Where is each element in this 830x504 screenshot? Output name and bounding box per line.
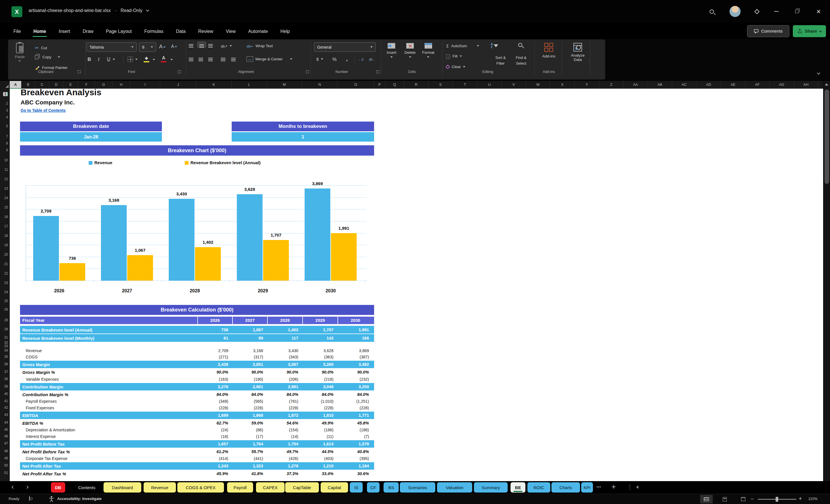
- ribbon-tab-draw[interactable]: Draw: [78, 27, 98, 36]
- sheet-tab-dashboard[interactable]: Dashboard: [103, 482, 141, 493]
- currency-format-button[interactable]: [316, 57, 323, 62]
- sheet-tab-db[interactable]: DB: [51, 482, 65, 493]
- row-header-10[interactable]: 10: [4, 158, 8, 162]
- increase-indent-button[interactable]: [231, 58, 236, 58]
- row-header-49[interactable]: 49: [4, 456, 8, 460]
- sheet-tab-contents[interactable]: Contents: [71, 482, 102, 493]
- more-sheets-button[interactable]: •••: [597, 485, 601, 489]
- fill-button[interactable]: Fill: [446, 54, 462, 59]
- row-header-11[interactable]: 11: [5, 168, 8, 171]
- ribbon-tab-page-layout[interactable]: Page Layout: [101, 27, 137, 36]
- row-header-50[interactable]: 50: [4, 463, 8, 467]
- sheet-tab-be[interactable]: BE: [511, 482, 525, 493]
- insert-cells-button[interactable]: Insert: [387, 43, 396, 58]
- hscroll-left-arrow[interactable]: [636, 485, 638, 489]
- row-header-22[interactable]: 22: [4, 272, 8, 276]
- column-header-L[interactable]: L: [232, 81, 267, 89]
- column-header-AE[interactable]: AE: [721, 81, 745, 89]
- sheet-tab-capex[interactable]: CAPEX: [256, 482, 285, 493]
- font-name-select[interactable]: Tahoma: [86, 42, 137, 52]
- shrink-font-button[interactable]: A: [171, 44, 177, 49]
- column-header-Y[interactable]: Y: [575, 81, 599, 89]
- column-header-N[interactable]: N: [302, 81, 338, 89]
- align-middle-button[interactable]: [197, 42, 206, 48]
- column-header-H[interactable]: H: [113, 81, 130, 89]
- column-header-AC[interactable]: AC: [672, 81, 696, 89]
- grow-font-button[interactable]: A: [159, 43, 166, 50]
- row-header-15[interactable]: 15: [4, 206, 8, 209]
- autosum-button[interactable]: AutoSum: [446, 43, 479, 48]
- analyze-data-button[interactable]: Analyze Data: [571, 43, 584, 62]
- ribbon-tab-file[interactable]: File: [8, 27, 26, 36]
- row-header-25[interactable]: 25: [4, 299, 8, 303]
- row-header-26[interactable]: 26: [4, 308, 8, 312]
- column-header-A[interactable]: A: [10, 81, 22, 89]
- column-header-AD[interactable]: AD: [696, 81, 721, 89]
- zoom-out-button[interactable]: −: [751, 496, 754, 502]
- borders-button[interactable]: [128, 57, 137, 62]
- format-painter-button[interactable]: Format Painter: [35, 65, 67, 70]
- row-header-48[interactable]: 48: [4, 449, 8, 453]
- vertical-scrollbar-thumb[interactable]: [825, 90, 829, 184]
- column-header-O[interactable]: O: [338, 81, 374, 89]
- premium-button[interactable]: [751, 6, 763, 17]
- column-header-J[interactable]: J: [160, 81, 196, 89]
- row-header-2[interactable]: 2: [6, 101, 8, 105]
- sheet-nav-next[interactable]: ›: [26, 483, 29, 491]
- font-color-dropdown[interactable]: [170, 59, 173, 60]
- sheet-tab-summary[interactable]: Summary: [474, 482, 508, 493]
- ribbon-tab-review[interactable]: Review: [193, 27, 218, 36]
- column-header-R[interactable]: R: [404, 81, 428, 89]
- percent-format-button[interactable]: [332, 57, 337, 62]
- align-left-button[interactable]: [189, 58, 193, 58]
- merge-center-button[interactable]: Merge & Center: [247, 57, 292, 62]
- page-layout-view-button[interactable]: [719, 495, 731, 503]
- vertical-scrollbar[interactable]: [823, 81, 830, 481]
- row-header-41[interactable]: 41: [4, 399, 8, 403]
- add-ins-button[interactable]: Add-ins: [542, 43, 555, 58]
- row-header-40[interactable]: 40: [4, 392, 8, 396]
- number-dialog-launcher[interactable]: [376, 70, 380, 74]
- row-header-38[interactable]: 38: [4, 377, 8, 381]
- row-header-45[interactable]: 45: [4, 428, 8, 432]
- font-size-select[interactable]: 8: [139, 42, 156, 52]
- column-header-K[interactable]: K: [196, 81, 232, 89]
- column-header-V[interactable]: V: [502, 81, 526, 89]
- copy-button[interactable]: Copy: [35, 55, 60, 59]
- restore-button[interactable]: [791, 6, 803, 17]
- row-header-44[interactable]: 44: [4, 420, 8, 424]
- fill-color-dropdown[interactable]: [153, 59, 155, 60]
- column-header-P[interactable]: P: [374, 81, 385, 89]
- sheet-tab-is[interactable]: IS: [350, 482, 363, 493]
- row-header-13[interactable]: 13: [4, 187, 8, 190]
- row-header-29[interactable]: 29: [4, 327, 8, 331]
- row-header-12[interactable]: 12: [4, 177, 8, 181]
- minimize-button[interactable]: [770, 6, 783, 17]
- sheet-tab-capital[interactable]: Capital: [321, 482, 348, 493]
- row-header-4[interactable]: 4: [6, 115, 8, 119]
- tabbar-options-icon[interactable]: ⋮: [627, 483, 633, 490]
- sheet-tab-roic[interactable]: ROIC: [528, 482, 550, 493]
- delete-cells-button[interactable]: ✕ Delete: [405, 43, 416, 58]
- page-break-view-button[interactable]: [737, 495, 749, 503]
- sheet-tab-kpi[interactable]: KPI: [581, 482, 593, 493]
- column-header-T[interactable]: T: [453, 81, 477, 89]
- row-header-14[interactable]: 14: [4, 196, 8, 200]
- row-header-31[interactable]: 31: [4, 336, 8, 340]
- row-header-39[interactable]: 39: [4, 384, 8, 388]
- ribbon-tab-view[interactable]: View: [221, 27, 240, 36]
- ribbon-tab-formulas[interactable]: Formulas: [139, 27, 168, 36]
- sheet-tab-valuation[interactable]: Valuation: [437, 482, 472, 493]
- cut-button[interactable]: Cut: [35, 45, 47, 51]
- account-avatar[interactable]: [729, 6, 741, 17]
- column-header-AG[interactable]: AG: [770, 81, 794, 89]
- accessibility-button[interactable]: [49, 496, 54, 503]
- align-bottom-button[interactable]: [208, 44, 213, 44]
- row-header-19[interactable]: 19: [4, 243, 8, 247]
- comma-format-button[interactable]: [346, 56, 348, 62]
- column-header-AF[interactable]: AF: [745, 81, 770, 89]
- row-header-36[interactable]: 36: [4, 362, 8, 366]
- row-header-8[interactable]: 8: [6, 141, 8, 145]
- column-header-S[interactable]: S: [428, 81, 453, 89]
- zoom-slider-thumb[interactable]: [776, 497, 778, 502]
